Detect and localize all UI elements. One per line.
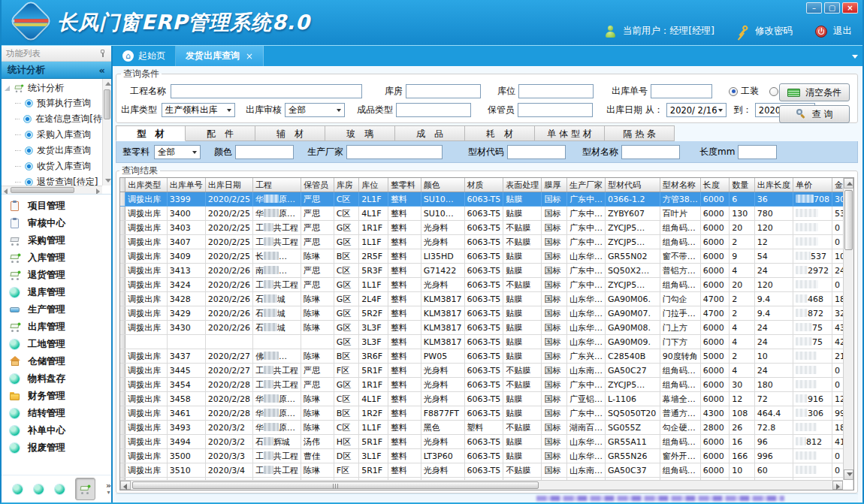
sidebar-item-入库管理[interactable]: 入库管理 xyxy=(2,249,111,267)
table-row[interactable]: 调拨出库34092020/2/25长…陈琳B区2R5F整料LI35HD6063-… xyxy=(120,249,853,264)
sidebar-item-生产管理[interactable]: 生产管理 xyxy=(2,301,111,318)
tree-expander-icon[interactable] xyxy=(5,86,10,91)
material-tab-成品[interactable]: 成 品 xyxy=(395,125,465,141)
column-header-长度[interactable]: 长度 xyxy=(700,178,729,192)
close-button[interactable]: × xyxy=(842,2,858,14)
material-tab-配件[interactable]: 配 件 xyxy=(186,125,255,141)
length-input[interactable] xyxy=(738,145,777,159)
table-row[interactable]: 调拨出库34032020/2/25工共工程严思G区1R1F整料光身料6063-T… xyxy=(120,221,853,235)
material-tab-玻璃[interactable]: 玻 璃 xyxy=(325,125,395,141)
tree-item[interactable]: 采购入库查询 xyxy=(5,127,102,143)
tree-item[interactable]: 在途信息查询[待 xyxy=(5,111,102,127)
whole-piece-select[interactable]: 全部 xyxy=(154,145,201,159)
change-password-link[interactable]: 修改密码 xyxy=(755,25,793,38)
toolbar-more-button[interactable]: »▾ xyxy=(106,482,111,496)
scroll-right-button[interactable] xyxy=(832,481,843,490)
table-row[interactable]: 调拨出库34942020/3/2石辉城汤伟H区5R1F整料光身料6063-T5贴… xyxy=(120,435,853,449)
column-header-工程[interactable]: 工程 xyxy=(253,178,301,192)
scroll-left-button[interactable] xyxy=(120,481,131,490)
column-header-数量[interactable]: 数量 xyxy=(730,178,755,192)
column-header-库位[interactable]: 库位 xyxy=(359,178,388,192)
sidebar-item-审核中心[interactable]: 审核中心 xyxy=(2,215,111,232)
audit-select[interactable]: 全部 xyxy=(285,103,345,117)
tab-close-icon[interactable]: × xyxy=(246,51,253,62)
sidebar-item-项目管理[interactable]: 项目管理 xyxy=(2,198,111,215)
profile-name-input[interactable] xyxy=(621,145,680,159)
keeper-input[interactable] xyxy=(518,103,593,117)
table-row[interactable]: 调拨出库34282020/2/26石城陈琳G区2L4F整料KLM38176063… xyxy=(120,292,853,306)
table-row[interactable]: 调拨出库34242020/2/26工共工程严思G区1L1F整料光身料6063-T… xyxy=(120,278,853,292)
table-row[interactable]: 调拨出库33992020/2/25华原…严思C区2L1F整料SU10…6063-… xyxy=(120,192,853,207)
scrollbar-thumb[interactable] xyxy=(132,481,539,489)
product-type-input[interactable] xyxy=(396,103,471,117)
maximize-button[interactable]: ▢ xyxy=(824,2,840,14)
column-header-颜色[interactable]: 颜色 xyxy=(421,178,464,192)
toolbar-cart-button[interactable] xyxy=(75,478,95,500)
material-tab-耗材[interactable]: 耗 材 xyxy=(465,125,535,141)
column-header-膜厚[interactable]: 膜厚 xyxy=(542,178,567,192)
table-row[interactable]: 调拨出库34292020/2/26石城陈琳G区5R2F整料KLM38176063… xyxy=(120,306,853,321)
sidebar-item-报废管理[interactable]: 报废管理 xyxy=(2,439,111,457)
sidebar-item-退库管理[interactable]: 退库管理 xyxy=(2,284,111,301)
column-header-整零料[interactable]: 整零料 xyxy=(388,178,421,192)
toolbar-ball-icon[interactable] xyxy=(33,484,45,495)
sidebar-item-补单中心[interactable]: 补单中心 xyxy=(2,422,111,439)
table-row[interactable]: 调拨出库34932020/3/2华原…陈琳C区1L1F整料黑色塑料不贴膜国标湖南… xyxy=(120,421,853,435)
toolbar-ball-icon[interactable] xyxy=(54,484,66,495)
scroll-left-icon[interactable] xyxy=(4,189,8,195)
material-tab-隔热条[interactable]: 隔 热 条 xyxy=(605,125,675,141)
warehouse-input[interactable] xyxy=(406,84,481,98)
table-row[interactable]: 调拨出库34452020/2/27工共工程严思F区5R1F整料光身料6063-T… xyxy=(120,364,853,378)
location-input[interactable] xyxy=(518,84,594,98)
column-header-表面处理[interactable]: 表面处理 xyxy=(503,178,542,192)
tree-item[interactable]: 发货出库查询 xyxy=(5,143,102,158)
tab-home[interactable]: ⌂ 起始页 xyxy=(113,46,176,66)
sidebar-item-退货管理[interactable]: 退货管理 xyxy=(2,267,111,284)
grid-horizontal-scrollbar[interactable] xyxy=(120,480,843,490)
sidebar-item-仓储管理[interactable]: 仓储管理 xyxy=(2,353,111,370)
date-from-select[interactable]: 2020/ 2/16 xyxy=(666,103,727,117)
home-decor-radio[interactable] xyxy=(769,87,778,96)
sidebar-item-物料盘存[interactable]: 物料盘存 xyxy=(2,370,111,388)
manufacturer-input[interactable] xyxy=(346,145,443,159)
industrial-radio[interactable] xyxy=(729,87,738,96)
table-row[interactable]: 调拨出库35002020/3/3工共工程曹佳D区3L1F整料LT3P606063… xyxy=(120,449,853,463)
tree-item[interactable]: 收货入库查询 xyxy=(5,158,102,174)
column-header-单价[interactable]: 单价 xyxy=(793,178,832,192)
table-row[interactable]: 调拨出库34372020/2/27佛…陈琳B区3R6F整料PW056063-T5… xyxy=(120,349,853,364)
material-tab-单体型材[interactable]: 单 体 型 材 xyxy=(535,125,605,141)
logout-link[interactable]: 退出 xyxy=(833,25,852,38)
table-row[interactable]: 调拨出库34302020/2/26石城陈琳G区3L3F整料KLM38176063… xyxy=(120,321,853,335)
scroll-down-icon[interactable] xyxy=(105,179,111,183)
clear-conditions-button[interactable]: 清空条件 xyxy=(779,83,850,101)
profile-code-input[interactable] xyxy=(507,145,566,159)
tree-item[interactable]: 退货查询[待定] xyxy=(5,174,102,186)
collapse-icon[interactable]: « xyxy=(99,65,105,76)
tab-shipping-outbound-query[interactable]: 发货出库查询 × xyxy=(176,46,264,66)
sidebar-item-财务管理[interactable]: 财务管理 xyxy=(2,388,111,405)
column-header-保管员[interactable]: 保管员 xyxy=(301,178,334,192)
pin-icon[interactable] xyxy=(99,50,107,58)
table-row[interactable]: 调拨出库34072020/2/25工共工程严思G区1L1F整料光身料6063-T… xyxy=(120,235,853,249)
column-header-材质[interactable]: 材质 xyxy=(464,178,503,192)
minimize-button[interactable]: – xyxy=(806,2,822,14)
tree-vertical-scrollbar[interactable] xyxy=(102,79,111,186)
column-header-型材名称[interactable]: 型材名称 xyxy=(660,178,700,192)
search-button[interactable]: 查 询 xyxy=(779,105,850,123)
sidebar-section-header[interactable]: 统计分析 « xyxy=(2,62,111,79)
toolbar-ball-icon[interactable] xyxy=(12,484,24,495)
column-header-型材代码[interactable]: 型材代码 xyxy=(606,178,660,192)
scroll-up-button[interactable] xyxy=(844,178,853,189)
project-name-input[interactable] xyxy=(171,84,362,98)
order-no-input[interactable] xyxy=(651,84,712,98)
table-row[interactable]: 调拨出库34132020/2/26南…严思C区5R3F整料G714226063-… xyxy=(120,264,853,278)
tree-horizontal-scrollbar[interactable] xyxy=(2,186,102,194)
table-row[interactable]: 调拨出库34002020/2/25华原…严思C区4L1F整料SU10…6063-… xyxy=(120,207,853,221)
scroll-down-button[interactable] xyxy=(844,469,853,480)
tab-list-dropdown-icon[interactable] xyxy=(852,55,858,59)
column-header-出库类型[interactable]: 出库类型 xyxy=(125,178,168,192)
table-row[interactable]: 调拨出库35102020/3/4工共工程陈琳F区5R1F整料光身料6063-T5… xyxy=(120,463,853,478)
industrial-radio-label[interactable]: 工装 xyxy=(741,85,759,98)
scrollbar-thumb[interactable] xyxy=(104,89,110,119)
out-type-select[interactable]: 生产领料出库 xyxy=(162,103,235,117)
